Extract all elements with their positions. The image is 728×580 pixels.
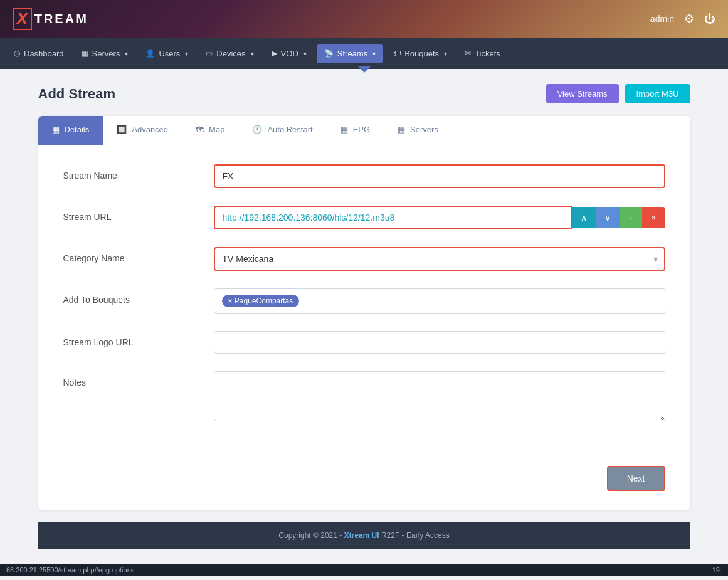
bouquets-label: Add To Bouquets <box>63 288 214 305</box>
tickets-icon: ✉ <box>465 49 471 58</box>
streams-icon: 📡 <box>324 49 334 58</box>
form-body: Stream Name Stream URL ∧ ∨ + × <box>38 145 690 460</box>
tab-servers[interactable]: ▦ Servers <box>384 116 452 145</box>
header-right: admin ⚙ ⏻ <box>650 12 715 26</box>
form-footer: Next <box>38 460 690 510</box>
nav-item-devices[interactable]: ▭ Devices ▾ <box>198 44 261 63</box>
page-footer: Copyright © 2021 - Xtream UI R22F - Earl… <box>38 522 690 549</box>
nav-item-bouquets[interactable]: 🏷 Bouquets ▾ <box>386 44 455 63</box>
notes-textarea[interactable] <box>214 371 665 421</box>
nav-label-dashboard: Dashboard <box>24 49 64 58</box>
status-bar-url: 68.200.21:25500/stream.php#epg-options <box>6 566 134 574</box>
tab-servers-label: Servers <box>410 125 438 134</box>
nav-item-servers[interactable]: ▦ Servers ▾ <box>74 44 136 63</box>
page-title: Add Stream <box>38 86 115 102</box>
notes-row: Notes <box>63 371 665 423</box>
tab-auto-restart-label: Auto Restart <box>267 125 312 134</box>
advanced-tab-icon: 🔲 <box>117 125 127 134</box>
stream-logo-url-input[interactable] <box>214 331 665 354</box>
tab-map[interactable]: 🗺 Map <box>182 116 238 145</box>
logo-url-row: Stream Logo URL <box>63 331 665 354</box>
nav-item-vod[interactable]: ▶ VOD ▾ <box>264 44 314 63</box>
stream-url-input-group: ∧ ∨ + × <box>214 206 665 229</box>
nav-label-vod: VOD <box>281 49 298 58</box>
category-select-wrap: TV Mexicana ▾ <box>214 247 665 271</box>
settings-icon[interactable]: ⚙ <box>684 12 694 26</box>
bouquets-control: × PaqueCompartas <box>214 288 665 314</box>
logo-url-label: Stream Logo URL <box>63 331 214 347</box>
bouquets-row: Add To Bouquets × PaqueCompartas <box>63 288 665 314</box>
url-move-up-button[interactable]: ∧ <box>572 207 596 228</box>
details-tab-icon: ▦ <box>52 125 60 134</box>
navigation: ◎ Dashboard ▦ Servers ▾ 👤 Users ▾ ▭ Devi… <box>0 38 728 69</box>
nav-item-streams[interactable]: 📡 Streams ▾ <box>317 44 383 63</box>
devices-icon: ▭ <box>206 49 213 58</box>
logo-url-control <box>214 331 665 354</box>
form-tabs: ▦ Details 🔲 Advanced 🗺 Map 🕐 Auto Restar… <box>38 116 690 145</box>
stream-url-row: Stream URL ∧ ∨ + × <box>63 206 665 229</box>
vod-dropdown-icon: ▾ <box>303 50 307 57</box>
main-content: Add Stream View Streams Import M3U ▦ Det… <box>19 69 709 564</box>
nav-item-users[interactable]: 👤 Users ▾ <box>138 44 196 63</box>
bouquets-icon: 🏷 <box>393 49 401 58</box>
tab-auto-restart[interactable]: 🕐 Auto Restart <box>238 116 326 145</box>
streams-dropdown-indicator <box>358 66 371 73</box>
import-m3u-button[interactable]: Import M3U <box>625 84 690 103</box>
footer-brand: Xtream UI <box>344 531 379 540</box>
status-bar-time: 19: <box>712 566 722 574</box>
view-streams-button[interactable]: View Streams <box>546 84 619 103</box>
epg-tab-icon: ▦ <box>340 125 348 134</box>
next-button[interactable]: Next <box>607 466 665 491</box>
nav-label-servers: Servers <box>92 49 120 58</box>
logo-x-icon: X <box>13 8 32 30</box>
stream-url-input[interactable] <box>214 206 572 229</box>
dashboard-icon: ◎ <box>14 49 20 58</box>
url-add-button[interactable]: + <box>620 207 642 228</box>
stream-url-control: ∧ ∨ + × <box>214 206 665 229</box>
nav-label-users: Users <box>159 49 180 58</box>
url-remove-button[interactable]: × <box>642 207 665 228</box>
nav-item-dashboard[interactable]: ◎ Dashboard <box>6 44 71 63</box>
nav-label-tickets: Tickets <box>475 49 500 58</box>
tab-details-label: Details <box>65 125 90 134</box>
servers-tab-icon: ▦ <box>398 125 405 134</box>
status-bar: 68.200.21:25500/stream.php#epg-options 1… <box>0 564 728 576</box>
bouquet-tag-paquecompartas[interactable]: × PaqueCompartas <box>222 295 300 307</box>
tab-details[interactable]: ▦ Details <box>38 116 103 145</box>
category-control: TV Mexicana ▾ <box>214 247 665 271</box>
logo: X TREAM <box>13 8 88 30</box>
footer-version: R22F - Early Access <box>379 531 450 540</box>
nav-item-tickets[interactable]: ✉ Tickets <box>457 44 508 63</box>
footer-text: Copyright © 2021 - <box>278 531 344 540</box>
tab-advanced[interactable]: 🔲 Advanced <box>103 116 182 145</box>
notes-control <box>214 371 665 423</box>
streams-dropdown-icon: ▾ <box>372 50 376 57</box>
stream-name-row: Stream Name <box>63 164 665 188</box>
bouquet-input-wrap[interactable]: × PaqueCompartas <box>214 288 665 314</box>
tab-epg-label: EPG <box>353 125 370 134</box>
users-dropdown-icon: ▾ <box>185 50 188 57</box>
vod-icon: ▶ <box>272 49 277 58</box>
devices-dropdown-icon: ▾ <box>251 50 254 57</box>
stream-name-control <box>214 164 665 188</box>
tab-epg[interactable]: ▦ EPG <box>327 116 384 145</box>
users-icon: 👤 <box>145 49 155 58</box>
stream-name-label: Stream Name <box>63 164 214 181</box>
category-row: Category Name TV Mexicana ▾ <box>63 247 665 271</box>
category-select[interactable]: TV Mexicana <box>214 247 665 271</box>
header: X TREAM admin ⚙ ⏻ <box>0 0 728 38</box>
auto-restart-tab-icon: 🕐 <box>252 125 262 134</box>
bouquets-dropdown-icon: ▾ <box>444 50 447 57</box>
servers-icon: ▦ <box>82 49 88 58</box>
map-tab-icon: 🗺 <box>196 125 204 134</box>
url-move-down-button[interactable]: ∨ <box>596 207 620 228</box>
nav-label-streams: Streams <box>337 49 367 58</box>
stream-url-label: Stream URL <box>63 206 214 222</box>
page-header: Add Stream View Streams Import M3U <box>38 84 690 103</box>
nav-label-devices: Devices <box>216 49 245 58</box>
category-label: Category Name <box>63 247 214 263</box>
tab-advanced-label: Advanced <box>132 125 168 134</box>
stream-name-input[interactable] <box>214 164 665 188</box>
power-icon[interactable]: ⏻ <box>704 13 715 26</box>
add-stream-card: ▦ Details 🔲 Advanced 🗺 Map 🕐 Auto Restar… <box>38 116 690 510</box>
